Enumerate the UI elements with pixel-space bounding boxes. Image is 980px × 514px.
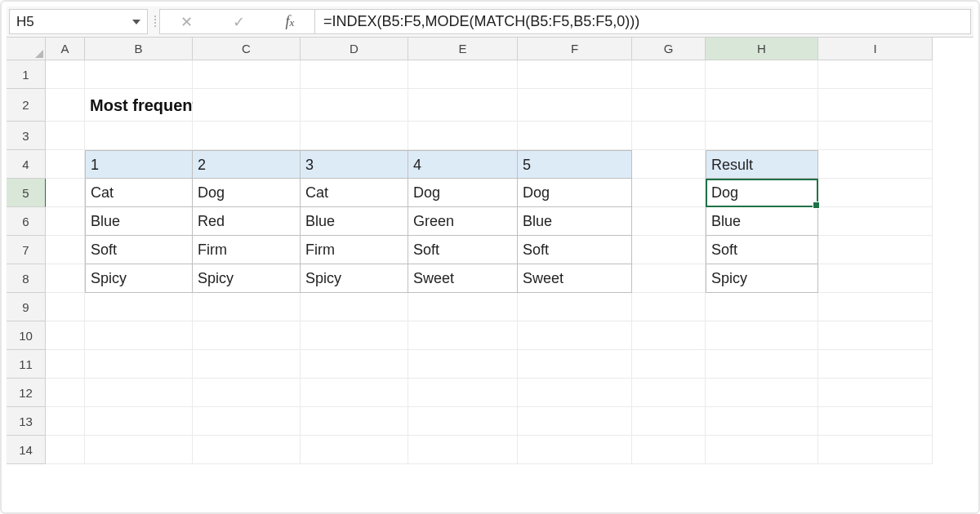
cell[interactable] — [85, 293, 193, 321]
cell[interactable] — [301, 379, 408, 407]
cell[interactable] — [818, 60, 933, 89]
data-cell[interactable]: Red — [193, 207, 301, 236]
cell[interactable] — [518, 60, 632, 89]
page-title[interactable]: Most frequent word or text — [85, 89, 193, 122]
cell[interactable] — [818, 264, 933, 293]
cell[interactable] — [408, 89, 518, 122]
cell[interactable] — [632, 407, 706, 436]
column-header-H[interactable]: H — [706, 38, 818, 60]
cell[interactable] — [193, 321, 301, 350]
column-header-F[interactable]: F — [518, 38, 632, 60]
cell[interactable] — [818, 293, 933, 321]
cell[interactable] — [193, 350, 301, 379]
cell[interactable] — [818, 407, 933, 436]
data-cell[interactable]: Spicy — [301, 264, 408, 293]
cell[interactable] — [518, 407, 632, 436]
row-header-2[interactable]: 2 — [7, 89, 46, 122]
cell[interactable] — [632, 293, 706, 321]
cell[interactable] — [85, 321, 193, 350]
cell[interactable] — [85, 350, 193, 379]
cell[interactable] — [85, 407, 193, 436]
cell[interactable] — [193, 60, 301, 89]
result-cell[interactable]: Soft — [706, 236, 818, 264]
cell[interactable] — [193, 89, 301, 122]
row-header-11[interactable]: 11 — [7, 350, 46, 379]
cell[interactable] — [706, 89, 818, 122]
cell[interactable] — [46, 150, 85, 179]
column-header-G[interactable]: G — [632, 38, 706, 60]
data-cell[interactable]: Cat — [85, 179, 193, 207]
cell[interactable] — [818, 207, 933, 236]
data-cell[interactable]: Sweet — [408, 264, 518, 293]
cell[interactable] — [518, 122, 632, 150]
row-header-4[interactable]: 4 — [7, 150, 46, 179]
cell[interactable] — [818, 122, 933, 150]
cell[interactable] — [706, 321, 818, 350]
cell[interactable] — [518, 350, 632, 379]
cell[interactable] — [193, 436, 301, 464]
cell[interactable] — [518, 321, 632, 350]
cell[interactable] — [706, 436, 818, 464]
cell[interactable] — [632, 379, 706, 407]
cell[interactable] — [818, 179, 933, 207]
cell[interactable] — [85, 379, 193, 407]
row-header-14[interactable]: 14 — [7, 436, 46, 464]
data-cell[interactable]: Firm — [301, 236, 408, 264]
row-header-3[interactable]: 3 — [7, 122, 46, 150]
cell[interactable] — [408, 293, 518, 321]
data-header[interactable]: 1 — [85, 150, 193, 179]
cell[interactable] — [408, 122, 518, 150]
cell[interactable] — [46, 207, 85, 236]
cell[interactable] — [408, 60, 518, 89]
data-header[interactable]: 5 — [518, 150, 632, 179]
cell[interactable] — [301, 89, 408, 122]
cell[interactable] — [301, 436, 408, 464]
row-header-8[interactable]: 8 — [7, 264, 46, 293]
result-cell[interactable]: Spicy — [706, 264, 818, 293]
cell[interactable] — [46, 407, 85, 436]
row-header-6[interactable]: 6 — [7, 207, 46, 236]
cell[interactable] — [193, 407, 301, 436]
fx-icon[interactable]: fx — [285, 13, 294, 30]
data-cell[interactable]: Soft — [408, 236, 518, 264]
cell[interactable] — [518, 89, 632, 122]
name-box[interactable]: H5 — [9, 9, 148, 34]
cell[interactable] — [408, 379, 518, 407]
cell[interactable] — [193, 122, 301, 150]
data-cell[interactable]: Dog — [518, 179, 632, 207]
cell[interactable] — [632, 150, 706, 179]
data-cell[interactable]: Sweet — [518, 264, 632, 293]
cell[interactable] — [632, 321, 706, 350]
cell[interactable] — [632, 264, 706, 293]
select-all-corner[interactable] — [7, 38, 46, 60]
cell[interactable] — [301, 350, 408, 379]
data-cell[interactable]: Blue — [301, 207, 408, 236]
chevron-down-icon[interactable] — [132, 20, 140, 24]
cell[interactable] — [408, 350, 518, 379]
cell[interactable] — [46, 436, 85, 464]
cell[interactable] — [518, 436, 632, 464]
cell[interactable] — [301, 407, 408, 436]
cell[interactable] — [46, 60, 85, 89]
cell[interactable] — [818, 321, 933, 350]
cell[interactable] — [632, 122, 706, 150]
data-cell[interactable]: Dog — [193, 179, 301, 207]
cancel-icon[interactable]: ✕ — [180, 13, 193, 31]
row-header-1[interactable]: 1 — [7, 60, 46, 89]
cell[interactable] — [408, 407, 518, 436]
data-header[interactable]: 2 — [193, 150, 301, 179]
cell[interactable] — [706, 379, 818, 407]
data-header[interactable]: 3 — [301, 150, 408, 179]
data-cell[interactable]: Blue — [85, 207, 193, 236]
cell[interactable] — [46, 321, 85, 350]
column-header-D[interactable]: D — [301, 38, 408, 60]
result-header[interactable]: Result — [706, 150, 818, 179]
cell[interactable] — [46, 264, 85, 293]
data-cell[interactable]: Spicy — [85, 264, 193, 293]
cell[interactable] — [518, 379, 632, 407]
cell[interactable] — [46, 350, 85, 379]
cell[interactable] — [706, 122, 818, 150]
cell[interactable] — [632, 89, 706, 122]
data-cell[interactable]: Soft — [85, 236, 193, 264]
data-cell[interactable]: Spicy — [193, 264, 301, 293]
